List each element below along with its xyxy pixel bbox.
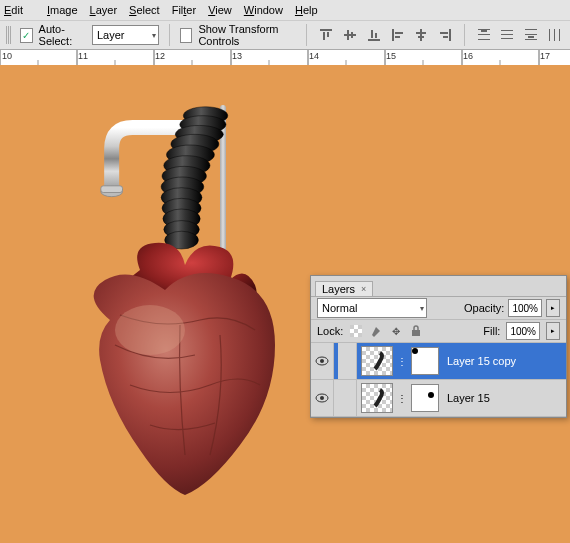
layer-name[interactable]: Layer 15 [443,392,562,404]
link-cell [338,343,357,379]
auto-select-checkbox[interactable]: ✓ [20,28,32,43]
visibility-toggle[interactable] [311,343,334,379]
svg-rect-20 [478,39,490,40]
svg-rect-69 [412,330,420,336]
close-icon[interactable]: × [361,284,366,294]
auto-select-label: Auto-Select: [39,23,86,47]
distribute-bottom-icon[interactable] [522,24,540,46]
svg-rect-25 [525,29,537,30]
panel-tab-row: Layers × [311,276,566,297]
fill-flyout[interactable]: ▸ [546,322,560,340]
svg-rect-27 [525,39,537,40]
svg-rect-7 [371,30,373,38]
toolbar-grip[interactable] [6,26,12,44]
visibility-toggle[interactable] [311,380,334,416]
svg-rect-18 [478,29,490,30]
svg-rect-8 [375,33,377,38]
tab-label: Layers [322,283,355,295]
svg-rect-19 [478,34,490,35]
lock-position-icon[interactable]: ✥ [389,324,403,338]
svg-rect-5 [351,32,353,38]
svg-rect-17 [443,36,448,38]
svg-rect-65 [358,325,362,329]
layer-mask-thumbnail[interactable] [411,347,439,375]
lock-pixels-icon[interactable] [369,324,383,338]
align-left-icon[interactable] [389,24,407,46]
align-hcenter-icon[interactable] [412,24,430,46]
align-bottom-icon[interactable] [365,24,383,46]
lock-label: Lock: [317,325,343,337]
layer-name[interactable]: Layer 15 copy [443,355,562,367]
layer-mask-thumbnail[interactable] [411,384,439,412]
mask-link-icon[interactable]: ⋮ [397,393,407,404]
svg-rect-67 [350,333,354,337]
menu-view[interactable]: View [208,4,232,16]
menu-window[interactable]: Window [244,4,283,16]
align-vcenter-icon[interactable] [341,24,359,46]
menu-layer[interactable]: Layer [90,4,118,16]
fill-field[interactable]: 100% [506,322,540,340]
auto-select-dropdown[interactable]: Layer [92,25,159,45]
artwork [50,85,330,515]
distribute-vcenter-icon[interactable] [499,24,517,46]
svg-rect-21 [481,30,487,32]
layer-thumbnail[interactable] [361,346,393,376]
align-top-icon[interactable] [317,24,335,46]
distribute-top-icon[interactable] [475,24,493,46]
svg-rect-68 [358,333,362,337]
lock-transparency-icon[interactable] [349,324,363,338]
separator [169,24,170,46]
menu-help[interactable]: Help [295,4,318,16]
options-bar: ✓ Auto-Select: Layer ✓ Show Transform Co… [0,21,570,50]
menu-select[interactable]: Select [129,4,160,16]
distribute-left-icon[interactable] [546,24,564,46]
svg-rect-13 [416,32,426,34]
svg-rect-11 [395,36,400,38]
svg-rect-4 [347,30,349,40]
svg-rect-24 [501,38,513,39]
layer-row[interactable]: ⋮ Layer 15 copy [311,343,566,380]
svg-rect-0 [320,29,332,31]
mask-link-icon[interactable]: ⋮ [397,356,407,367]
svg-rect-22 [501,30,513,31]
separator [306,24,307,46]
heart-shape [70,235,300,505]
svg-rect-29 [549,29,550,41]
svg-rect-9 [392,29,394,41]
svg-rect-2 [327,32,329,37]
menu-filter[interactable]: Filter [172,4,196,16]
blend-mode-dropdown[interactable]: Normal [317,298,427,318]
svg-point-71 [320,359,324,363]
show-transform-label: Show Transform Controls [198,23,296,47]
menu-image[interactable]: Image [47,4,78,16]
opacity-flyout[interactable]: ▸ [546,299,560,317]
opacity-label: Opacity: [464,302,504,314]
svg-point-73 [320,396,324,400]
layers-panel[interactable]: Layers × Normal Opacity: 100% ▸ Lock: ✥ [310,275,567,418]
svg-rect-30 [554,29,555,41]
svg-rect-48 [101,186,123,193]
align-right-icon[interactable] [436,24,454,46]
separator [464,24,465,46]
svg-rect-1 [323,32,325,40]
link-cell [338,380,357,416]
tab-layers[interactable]: Layers × [315,281,373,296]
svg-rect-26 [525,34,537,35]
blend-opacity-row: Normal Opacity: 100% ▸ [311,297,566,320]
canvas[interactable]: Layers × Normal Opacity: 100% ▸ Lock: ✥ [0,65,570,543]
opacity-field[interactable]: 100% [508,299,542,317]
svg-rect-64 [350,325,354,329]
svg-rect-16 [440,32,448,34]
svg-rect-28 [528,36,534,38]
show-transform-checkbox[interactable]: ✓ [180,28,192,43]
layer-thumbnail[interactable] [361,383,393,413]
svg-rect-12 [420,29,422,41]
lock-all-icon[interactable] [409,324,423,338]
menu-bar: Edit Image Layer Select Filter View Wind… [0,0,570,21]
svg-rect-23 [501,34,513,35]
svg-rect-66 [354,329,358,333]
lock-fill-row: Lock: ✥ Fill: 100% ▸ [311,320,566,343]
menu-edit[interactable]: Edit [4,4,35,16]
layer-row[interactable]: ⋮ Layer 15 [311,380,566,417]
svg-point-62 [115,305,185,355]
